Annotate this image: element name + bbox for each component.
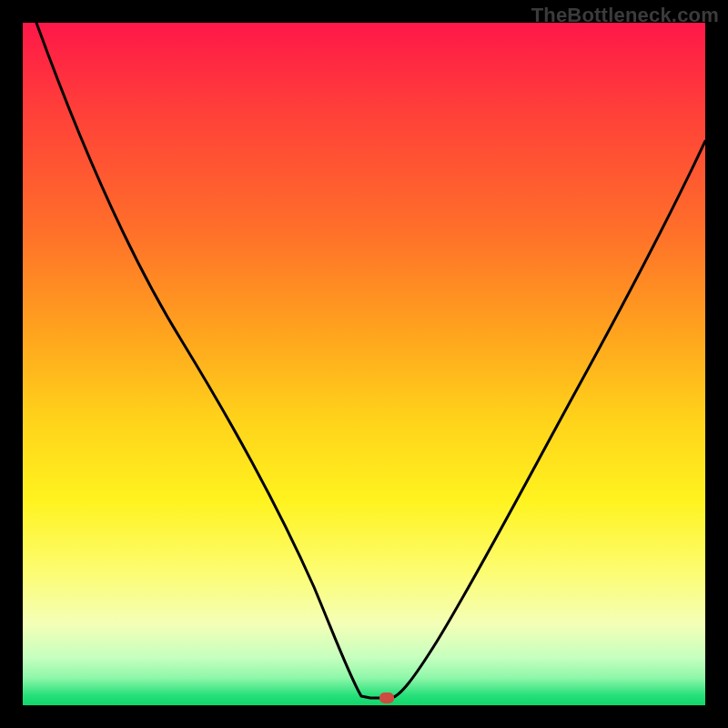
chart-frame: TheBottleneck.com [0, 0, 728, 728]
bottleneck-curve [36, 23, 705, 698]
curve-svg [23, 23, 705, 705]
watermark-text: TheBottleneck.com [531, 4, 719, 27]
minimum-marker [379, 693, 394, 703]
plot-area [23, 23, 705, 705]
